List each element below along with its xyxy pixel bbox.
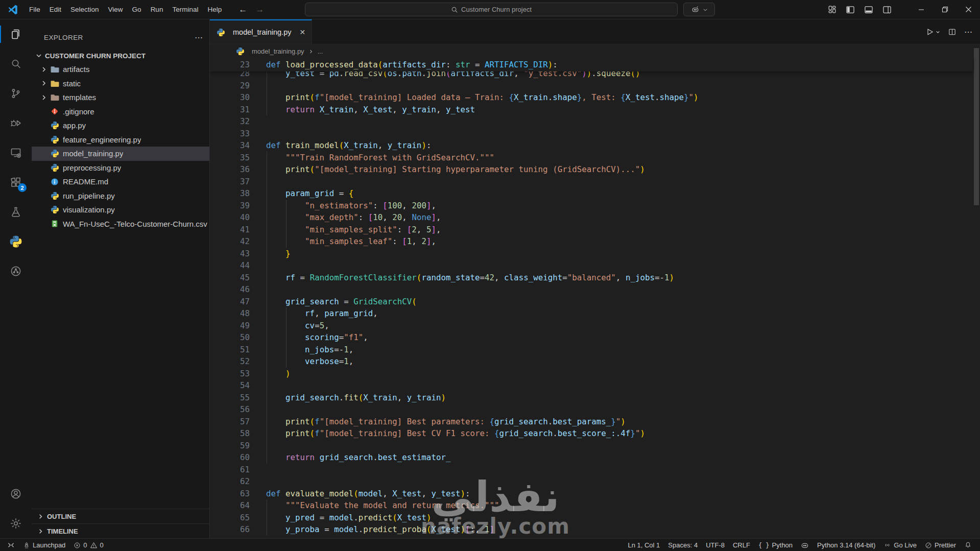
line-number[interactable]: 38 (210, 187, 250, 200)
code-line-55[interactable]: 55 grid_search.fit(X_train, y_train) (210, 392, 980, 404)
code-line-63[interactable]: 63def evaluate_model(model, X_test, y_te… (210, 488, 980, 500)
scrollbar-thumb[interactable] (974, 48, 979, 205)
toggle-secondary-sidebar-icon[interactable] (880, 3, 894, 16)
customize-layout-icon[interactable] (825, 3, 839, 16)
editor-more-actions-icon[interactable]: ⋯ (964, 27, 973, 37)
explorer-more-actions-icon[interactable]: ⋯ (195, 33, 203, 42)
sticky-scroll-header[interactable]: 23def load_processed_data(artifacts_dir:… (210, 58, 973, 71)
code-line-32[interactable]: 32 (210, 115, 980, 128)
code-line-57[interactable]: 57 print(f"[model_training] Best paramet… (210, 416, 980, 428)
menu-selection[interactable]: Selection (66, 4, 104, 15)
code-line-59[interactable]: 59 (210, 440, 980, 452)
tree-item-visualization.py[interactable]: visualization.py (32, 203, 209, 217)
menu-file[interactable]: File (25, 4, 45, 15)
code-line-35[interactable]: 35 """Train RandomForest with GridSearch… (210, 152, 980, 164)
line-number[interactable]: 32 (210, 115, 250, 128)
line-number[interactable]: 30 (210, 91, 250, 104)
line-number[interactable]: 62 (210, 475, 250, 488)
line-number[interactable]: 50 (210, 331, 250, 344)
code-line-46[interactable]: 46 (210, 283, 980, 296)
problems-status-item[interactable]: 0 0 (69, 539, 107, 551)
line-number[interactable]: 58 (210, 427, 250, 440)
code-line-23[interactable]: 23def load_processed_data(artifacts_dir:… (210, 58, 973, 71)
split-editor-button[interactable] (948, 28, 957, 36)
code-line-51[interactable]: 51 n_jobs=-1, (210, 344, 980, 356)
line-number[interactable]: 41 (210, 224, 250, 236)
line-number[interactable]: 40 (210, 211, 250, 224)
python-interpreter-status[interactable]: Python 3.14 (64-bit) (813, 539, 879, 551)
code-line-61[interactable]: 61 (210, 464, 980, 476)
code-line-43[interactable]: 43 } (210, 248, 980, 260)
menu-run[interactable]: Run (146, 4, 168, 15)
code-line-53[interactable]: 53 ) (210, 368, 980, 380)
copilot-menu-button[interactable] (683, 3, 715, 16)
line-number[interactable]: 64 (210, 499, 250, 512)
outline-section[interactable]: OUTLINE (32, 509, 209, 523)
line-number[interactable]: 61 (210, 464, 250, 476)
code-line-66[interactable]: 66 y_proba = model.predict_proba(X_test)… (210, 523, 980, 536)
menu-terminal[interactable]: Terminal (168, 4, 203, 15)
activitybar-python-icon[interactable] (0, 227, 32, 256)
tree-item-static[interactable]: static (32, 77, 209, 91)
tree-item-model_training.py[interactable]: model_training.py (32, 147, 209, 161)
activitybar-remote-explorer-icon[interactable] (0, 138, 32, 167)
activitybar-run-debug-icon[interactable] (0, 108, 32, 138)
line-number[interactable]: 57 (210, 416, 250, 428)
line-number[interactable]: 23 (210, 58, 250, 71)
menu-edit[interactable]: Edit (45, 4, 66, 15)
code-line-33[interactable]: 33 (210, 128, 980, 140)
code-line-42[interactable]: 42 "min_samples_leaf": [1, 2], (210, 235, 980, 248)
tree-item-WA_Fn-UseC_-Telco-Customer-Churn.csv[interactable]: WA_Fn-UseC_-Telco-Customer-Churn.csv (32, 217, 209, 231)
minimize-button[interactable] (910, 0, 933, 19)
project-section-header[interactable]: CUSTOMER CHURN PROJECT (32, 49, 209, 62)
activitybar-settings-icon[interactable] (0, 509, 32, 538)
language-mode[interactable]: { } Python (754, 539, 797, 551)
forward-arrow-icon[interactable]: → (255, 5, 264, 15)
cursor-position[interactable]: Ln 1, Col 1 (624, 539, 664, 551)
line-number[interactable]: 53 (210, 368, 250, 380)
line-number[interactable]: 59 (210, 440, 250, 452)
code-line-38[interactable]: 38 param_grid = { (210, 187, 980, 200)
code-line-48[interactable]: 48 rf, param_grid, (210, 307, 980, 320)
breadcrumb-file[interactable]: model_training.py (252, 47, 304, 55)
code-line-60[interactable]: 60 return grid_search.best_estimator_ (210, 451, 980, 464)
tree-item-run_pipeline.py[interactable]: run_pipeline.py (32, 189, 209, 203)
code-line-30[interactable]: 30 print(f"[model_training] Loaded data … (210, 91, 980, 104)
tree-item-templates[interactable]: templates (32, 90, 209, 105)
line-number[interactable]: 56 (210, 403, 250, 416)
line-number[interactable]: 29 (210, 80, 250, 92)
activitybar-extensions-icon[interactable]: 2 (0, 167, 32, 197)
indentation-status[interactable]: Spaces: 4 (664, 539, 702, 551)
code-line-64[interactable]: 64 """Evaluate the model and return metr… (210, 499, 980, 512)
notifications-bell[interactable] (960, 539, 976, 551)
timeline-section[interactable]: TIMELINE (32, 523, 209, 538)
code-line-29[interactable]: 29 (210, 80, 980, 92)
launchpad-status-item[interactable]: Launchpad (19, 539, 69, 551)
code-line-47[interactable]: 47 grid_search = GridSearchCV( (210, 296, 980, 308)
tab-close-icon[interactable]: ✕ (299, 28, 305, 36)
copilot-status[interactable] (797, 539, 813, 551)
line-number[interactable]: 35 (210, 152, 250, 164)
tree-item-.gitignore[interactable]: .gitignore (32, 105, 209, 119)
go-live-status[interactable]: Go Live (879, 539, 921, 551)
code-line-49[interactable]: 49 cv=5, (210, 320, 980, 332)
code-line-44[interactable]: 44 (210, 259, 980, 272)
line-number[interactable]: 48 (210, 307, 250, 320)
code-line-31[interactable]: 31 return X_train, X_test, y_train, y_te… (210, 104, 980, 116)
line-number[interactable]: 31 (210, 104, 250, 116)
breadcrumb-symbol[interactable]: ... (318, 47, 323, 55)
tree-item-README.md[interactable]: README.md (32, 175, 209, 189)
code-line-65[interactable]: 65 y_pred = model.predict(X_test) (210, 512, 980, 524)
line-number[interactable]: 43 (210, 248, 250, 260)
line-number[interactable]: 52 (210, 355, 250, 368)
encoding-status[interactable]: UTF-8 (702, 539, 729, 551)
toggle-primary-sidebar-icon[interactable] (844, 3, 857, 16)
line-number[interactable]: 36 (210, 163, 250, 176)
activitybar-explorer-icon[interactable] (0, 19, 32, 49)
eol-status[interactable]: CRLF (729, 539, 754, 551)
line-number[interactable]: 54 (210, 379, 250, 392)
close-button[interactable] (957, 0, 980, 19)
code-line-50[interactable]: 50 scoring="f1", (210, 331, 980, 344)
menu-go[interactable]: Go (128, 4, 146, 15)
line-number[interactable]: 63 (210, 488, 250, 500)
